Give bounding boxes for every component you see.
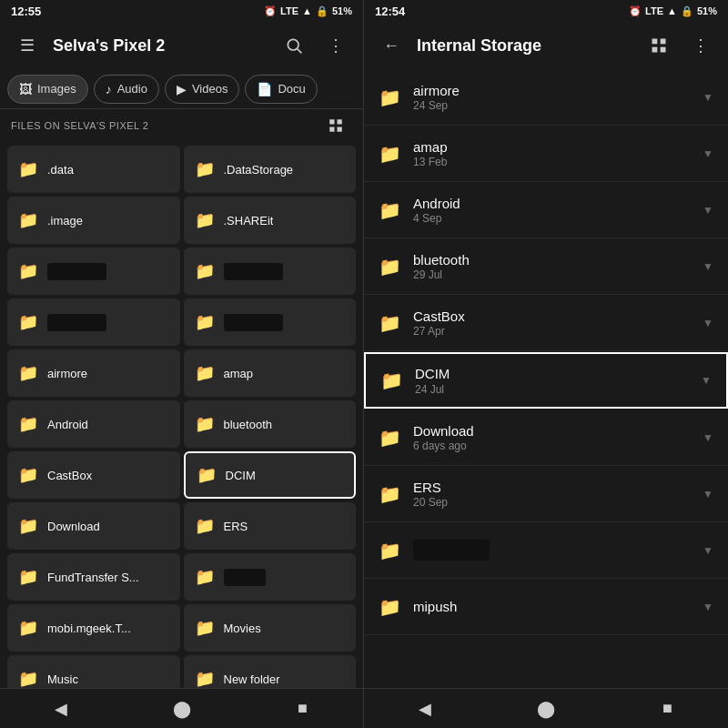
folder-icon: 📁 [18, 465, 38, 485]
folder-name-hidden1 [47, 263, 106, 280]
list-item-name-dcim: DCIM [415, 365, 688, 383]
folder-data[interactable]: 📁 .data [7, 146, 180, 193]
folder-movies[interactable]: 📁 Movies [184, 604, 357, 652]
more-menu-button-right[interactable]: ⋮ [684, 29, 717, 62]
folder-newfolder[interactable]: 📁 New folder [184, 655, 357, 688]
list-item-name-amap: amap [413, 138, 690, 157]
svg-rect-5 [338, 127, 342, 132]
folder-name-image: .image [47, 214, 83, 228]
right-panel: 12:54 ⏰ LTE ▲ 🔒 51% ← Internal Storage ⋮… [364, 0, 728, 728]
folder-icon: 📁 [195, 210, 215, 230]
tab-docs[interactable]: 📄 Docu [245, 75, 317, 104]
chevron-down-icon: ▼ [703, 260, 713, 273]
folder-name-bluetooth: bluetooth [224, 418, 273, 431]
tab-videos[interactable]: ▶ Videos [165, 75, 240, 104]
list-item-text-download: Download 6 days ago [413, 422, 690, 453]
folder-icon: 📁 [195, 516, 215, 536]
folder-download[interactable]: 📁 Download [7, 502, 180, 550]
folder-icon: 📁 [18, 414, 38, 434]
videos-tab-icon: ▶ [177, 82, 187, 96]
home-button-right[interactable]: ⬤ [528, 691, 564, 727]
recent-button-right[interactable]: ■ [649, 691, 685, 727]
folder-icon: 📁 [195, 159, 215, 179]
chevron-down-icon: ▼ [703, 601, 713, 613]
folder-hidden4[interactable]: 📁 [184, 298, 357, 346]
list-item-name-download: Download [413, 422, 690, 440]
tab-audio[interactable]: ♪ Audio [94, 75, 159, 104]
folder-icon-airmore: 📁 [379, 86, 400, 108]
left-title: Selva's Pixel 2 [53, 36, 268, 56]
folder-icon: 📁 [18, 516, 38, 536]
home-button-left[interactable]: ⬤ [164, 691, 200, 727]
list-item-android[interactable]: 📁 Android 4 Sep ▼ [364, 182, 728, 238]
list-item-date-ers: 20 Sep [413, 496, 690, 509]
back-button-right-nav[interactable]: ◀ [407, 691, 443, 727]
chevron-down-icon: ▼ [703, 544, 713, 557]
folder-hidden1[interactable]: 📁 [7, 248, 180, 295]
svg-rect-2 [329, 119, 334, 124]
folder-dcim[interactable]: 📁 DCIM [184, 451, 357, 499]
back-button-right[interactable]: ← [375, 29, 408, 62]
left-status-bar: 12:55 ⏰ LTE ▲ 🔒 51% [0, 0, 363, 22]
files-header-label: FILES ON SELVA'S PIXEL 2 [11, 120, 148, 131]
list-item-amap[interactable]: 📁 amap 13 Feb ▼ [364, 126, 728, 182]
folder-android[interactable]: 📁 Android [7, 400, 180, 448]
folder-ers[interactable]: 📁 ERS [184, 502, 357, 550]
folder-hidden2[interactable]: 📁 [184, 248, 357, 295]
folder-icon-bluetooth: 📁 [379, 256, 400, 278]
folder-datastorage[interactable]: 📁 .DataStorage [184, 146, 357, 193]
lock-icon: 🔒 [316, 5, 329, 17]
folder-shareit[interactable]: 📁 .SHAREit [184, 197, 357, 244]
folder-name-dcim: DCIM [226, 469, 256, 482]
tabs-bar: 🖼 Images ♪ Audio ▶ Videos 📄 Docu [0, 69, 363, 109]
folder-name-airmore: airmore [47, 367, 87, 380]
list-item-download[interactable]: 📁 Download 6 days ago ▼ [364, 410, 728, 466]
folder-name-datastorage: .DataStorage [224, 163, 294, 177]
folder-icon-hidden: 📁 [379, 540, 400, 561]
list-item-mipush[interactable]: 📁 mipush ▼ [364, 579, 728, 635]
folder-icon: 📁 [195, 261, 215, 281]
folder-icon: 📁 [197, 465, 217, 485]
svg-rect-4 [329, 127, 334, 132]
chevron-down-icon: ▼ [703, 431, 713, 444]
folder-castbox[interactable]: 📁 CastBox [7, 451, 180, 499]
list-item-name-castbox: CastBox [413, 308, 690, 326]
search-button[interactable] [278, 29, 310, 62]
folder-bluetooth[interactable]: 📁 bluetooth [184, 400, 357, 448]
folder-icon-amap: 📁 [379, 143, 400, 165]
list-item-date-castbox: 27 Apr [413, 325, 690, 338]
folder-hidden5[interactable]: 📁 [184, 553, 357, 601]
signal-icon: ▲ [302, 5, 312, 16]
alarm-icon-right: ⏰ [629, 5, 642, 17]
list-item-ers[interactable]: 📁 ERS 20 Sep ▼ [364, 466, 728, 522]
list-item-text-amap: amap 13 Feb [413, 138, 690, 169]
folder-mobi[interactable]: 📁 mobi.mgeek.T... [7, 604, 180, 652]
view-toggle-button[interactable] [319, 109, 352, 142]
list-item-castbox[interactable]: 📁 CastBox 27 Apr ▼ [364, 295, 728, 351]
folder-amap[interactable]: 📁 amap [184, 349, 357, 397]
folder-name-music: Music [47, 672, 78, 686]
list-item-airmore[interactable]: 📁 airmore 24 Sep ▼ [364, 69, 728, 126]
more-menu-button[interactable]: ⋮ [319, 29, 352, 62]
signal-icon-right: ▲ [667, 5, 677, 16]
back-button-left[interactable]: ◀ [43, 691, 79, 727]
folder-fundtransfer[interactable]: 📁 FundTransfer S... [7, 553, 180, 601]
svg-rect-9 [661, 47, 666, 53]
list-item-dcim[interactable]: 📁 DCIM 24 Jul ▼ [364, 352, 728, 409]
list-item-bluetooth[interactable]: 📁 bluetooth 29 Jul ▼ [364, 238, 728, 295]
folder-airmore[interactable]: 📁 airmore [7, 349, 180, 397]
grid-view-button[interactable] [642, 29, 675, 62]
folder-icon-download: 📁 [379, 427, 400, 449]
list-item-hidden[interactable]: 📁 ▼ [364, 522, 728, 579]
tab-images[interactable]: 🖼 Images [7, 75, 88, 104]
folder-icon-android: 📁 [379, 199, 400, 221]
folder-music[interactable]: 📁 Music [7, 655, 180, 688]
folder-hidden3[interactable]: 📁 [7, 298, 180, 346]
recent-button-left[interactable]: ■ [285, 691, 321, 727]
menu-button[interactable]: ☰ [11, 29, 44, 62]
folder-icon: 📁 [18, 669, 38, 688]
left-navbar: ◀ ⬤ ■ [0, 688, 363, 728]
chevron-down-icon: ▼ [703, 91, 713, 104]
folder-icon: 📁 [18, 210, 38, 230]
folder-image[interactable]: 📁 .image [7, 197, 180, 244]
